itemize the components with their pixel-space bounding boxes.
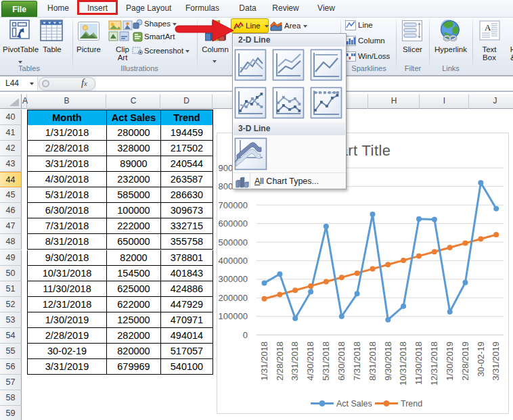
svg-text:9/30/2018: 9/30/2018 — [383, 342, 393, 381]
svg-text:3/31/2019: 3/31/2019 — [491, 342, 501, 381]
svg-text:10/31/2018: 10/31/2018 — [398, 342, 408, 386]
svg-text:300000: 300000 — [219, 274, 248, 284]
svg-text:8/31/2018: 8/31/2018 — [367, 342, 378, 381]
svg-text:11/30/2018: 11/30/2018 — [414, 342, 424, 385]
svg-text:12/31/2018: 12/31/2018 — [429, 342, 439, 386]
svg-text:6/30/2018: 6/30/2018 — [336, 342, 347, 381]
svg-text:5/31/2018: 5/31/2018 — [321, 342, 331, 381]
svg-text:A: A — [485, 22, 491, 32]
svg-text:3/31/2018: 3/31/2018 — [290, 342, 300, 381]
svg-text:1/31/2018: 1/31/2018 — [259, 342, 269, 381]
svg-text:4/30/2018: 4/30/2018 — [305, 342, 315, 381]
svg-text:2/28/2018: 2/28/2018 — [275, 342, 285, 381]
svg-text:200000: 200000 — [219, 293, 248, 303]
svg-text:Trend: Trend — [401, 399, 422, 409]
svg-text:Act Sales: Act Sales — [336, 399, 372, 409]
svg-text:700000: 700000 — [219, 200, 248, 210]
svg-text:1/30/2019: 1/30/2019 — [445, 342, 455, 381]
svg-text:2/28/2019: 2/28/2019 — [460, 342, 470, 381]
svg-text:500000: 500000 — [219, 237, 248, 248]
svg-text:7/31/2018: 7/31/2018 — [352, 342, 362, 381]
svg-text:100000: 100000 — [219, 311, 248, 321]
svg-text:30-02-19: 30-02-19 — [476, 342, 486, 377]
svg-text:400000: 400000 — [219, 256, 248, 266]
svg-text:600000: 600000 — [219, 218, 248, 229]
svg-text:0: 0 — [243, 330, 248, 340]
